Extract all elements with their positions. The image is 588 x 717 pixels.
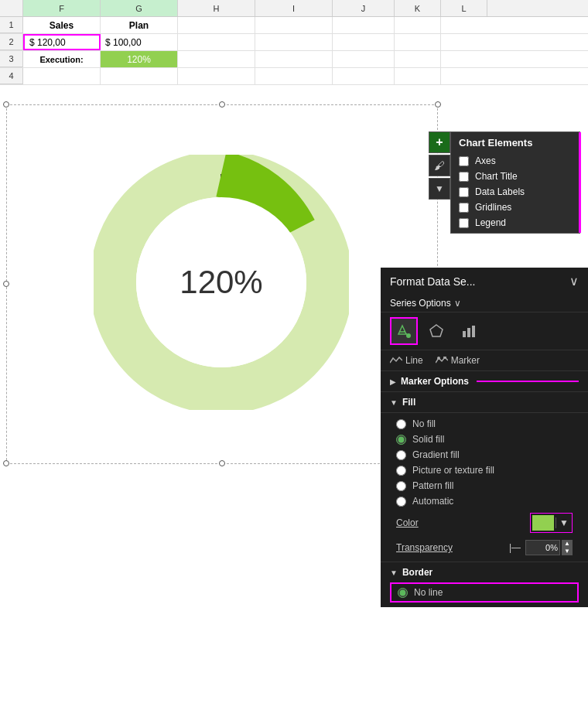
picture-fill-radio[interactable] — [396, 466, 406, 476]
add-chart-element-btn[interactable]: + — [429, 131, 450, 153]
cell-h1[interactable] — [178, 17, 255, 33]
no-fill-option[interactable]: No fill — [396, 416, 573, 432]
col-header-j[interactable]: J — [333, 0, 395, 16]
pattern-fill-option[interactable]: Pattern fill — [396, 478, 573, 493]
cell-k1[interactable] — [395, 17, 441, 33]
color-dropdown-arrow[interactable]: ▼ — [556, 517, 572, 528]
cell-i1[interactable] — [255, 17, 333, 33]
chart-filter-btn[interactable]: ▼ — [429, 178, 450, 200]
fill-format-tab[interactable] — [390, 317, 418, 345]
table-row: 3 Execution: 120% — [0, 51, 588, 68]
cell-h3[interactable] — [178, 51, 255, 67]
cell-f3[interactable]: Execution: — [23, 51, 101, 67]
fill-section-label: Fill — [402, 397, 415, 408]
cell-k2[interactable] — [395, 34, 441, 50]
cell-i3[interactable] — [255, 51, 333, 67]
cell-f4[interactable] — [23, 68, 101, 84]
axes-checkbox[interactable] — [459, 156, 469, 166]
no-line-radio[interactable] — [398, 588, 408, 598]
transparency-input[interactable] — [525, 540, 560, 555]
col-header-i[interactable]: I — [255, 0, 333, 16]
col-header-k[interactable]: K — [395, 0, 441, 16]
transparency-input-area: |— ▲ ▼ — [509, 540, 573, 555]
automatic-fill-radio[interactable] — [396, 497, 406, 507]
marker-tab[interactable]: Marker — [436, 355, 480, 366]
chart-title-checkbox[interactable] — [459, 172, 469, 182]
chart-element-item[interactable]: Gridlines — [451, 200, 579, 215]
automatic-fill-option[interactable]: Automatic — [396, 493, 573, 509]
resize-handle-tl[interactable] — [3, 101, 9, 108]
transparency-row: Transparency |— ▲ ▼ — [396, 537, 573, 558]
pattern-fill-radio[interactable] — [396, 481, 406, 491]
chart-style-btn[interactable]: 🖌 — [429, 155, 450, 176]
format-panel-close-btn[interactable]: ∨ — [569, 274, 579, 289]
marker-options-underline — [477, 381, 579, 382]
cell-f2[interactable]: $ 120,00 — [23, 34, 101, 50]
no-fill-radio[interactable] — [396, 419, 406, 429]
bar-format-tab[interactable] — [455, 317, 483, 345]
cell-j3[interactable] — [333, 51, 395, 67]
cell-g1[interactable]: Plan — [101, 17, 178, 33]
format-data-series-panel: Format Data Se... ∨ Series Options ∨ Lin… — [381, 268, 588, 607]
cell-g2[interactable]: $ 100,00 — [101, 34, 178, 50]
border-section-arrow: ▼ — [390, 568, 398, 577]
resize-handle-bl[interactable] — [3, 460, 9, 466]
transparency-up-btn[interactable]: ▲ — [562, 540, 573, 548]
cell-j2[interactable] — [333, 34, 395, 50]
cell-j1[interactable] — [333, 17, 395, 33]
pattern-fill-label: Pattern fill — [412, 480, 453, 491]
cell-f1[interactable]: Sales — [23, 17, 101, 33]
table-row: 1 Sales Plan — [0, 17, 588, 34]
color-picker-btn[interactable]: ▼ — [530, 513, 573, 533]
cell-h2[interactable] — [178, 34, 255, 50]
row-num-2: 2 — [0, 34, 23, 50]
chart-element-item[interactable]: Legend — [451, 215, 579, 233]
shape-format-tab[interactable] — [422, 317, 450, 345]
gridlines-checkbox[interactable] — [459, 203, 469, 213]
gradient-fill-option[interactable]: Gradient fill — [396, 447, 573, 463]
transparency-label: Transparency — [396, 542, 453, 553]
col-header-g[interactable]: G — [101, 0, 178, 16]
solid-fill-label: Solid fill — [412, 434, 444, 445]
legend-checkbox[interactable] — [459, 218, 469, 228]
col-header-h[interactable]: H — [178, 0, 255, 16]
series-options-dropdown-icon: ∨ — [454, 298, 461, 309]
fill-section-header[interactable]: ▼ Fill — [381, 392, 588, 413]
no-line-option[interactable]: No line — [390, 582, 579, 603]
border-section-header[interactable]: ▼ Border — [390, 567, 579, 578]
row-num-3: 3 — [0, 51, 23, 67]
picture-fill-option[interactable]: Picture or texture fill — [396, 463, 573, 478]
data-labels-checkbox[interactable] — [459, 187, 469, 197]
resize-handle-bm[interactable] — [219, 460, 225, 466]
cell-k4[interactable] — [395, 68, 441, 84]
col-header-l[interactable]: L — [441, 0, 487, 16]
cell-k3[interactable] — [395, 51, 441, 67]
table-row: 2 $ 120,00 $ 100,00 — [0, 34, 588, 51]
solid-fill-option[interactable]: Solid fill — [396, 432, 573, 447]
cell-i2[interactable] — [255, 34, 333, 50]
axes-label: Axes — [475, 155, 496, 166]
resize-handle-ml[interactable] — [3, 281, 9, 287]
line-tab[interactable]: Line — [390, 355, 423, 366]
resize-handle-tm[interactable] — [219, 101, 225, 108]
cell-g4[interactable] — [101, 68, 178, 84]
chart-selection-area[interactable]: 120% — [0, 84, 445, 471]
cell-i4[interactable] — [255, 68, 333, 84]
series-options-row[interactable]: Series Options ∨ — [381, 295, 588, 312]
gradient-fill-radio[interactable] — [396, 450, 406, 460]
chart-element-item[interactable]: Data Labels — [451, 184, 579, 200]
svg-rect-7 — [472, 326, 475, 337]
solid-fill-radio[interactable] — [396, 435, 406, 445]
cell-g3[interactable]: 120% — [101, 51, 178, 67]
col-header-f[interactable]: F — [23, 0, 101, 16]
cell-h4[interactable] — [178, 68, 255, 84]
cell-j4[interactable] — [333, 68, 395, 84]
chart-element-item[interactable]: Axes — [451, 153, 579, 169]
chart-element-item[interactable]: Chart Title — [451, 169, 579, 184]
marker-options-section[interactable]: ▶ Marker Options — [381, 371, 588, 392]
transparency-down-btn[interactable]: ▼ — [562, 548, 573, 555]
resize-handle-tr[interactable] — [435, 101, 441, 108]
row-num-1: 1 — [0, 17, 23, 33]
svg-point-8 — [437, 357, 440, 360]
series-options-label: Series Options — [390, 298, 451, 309]
